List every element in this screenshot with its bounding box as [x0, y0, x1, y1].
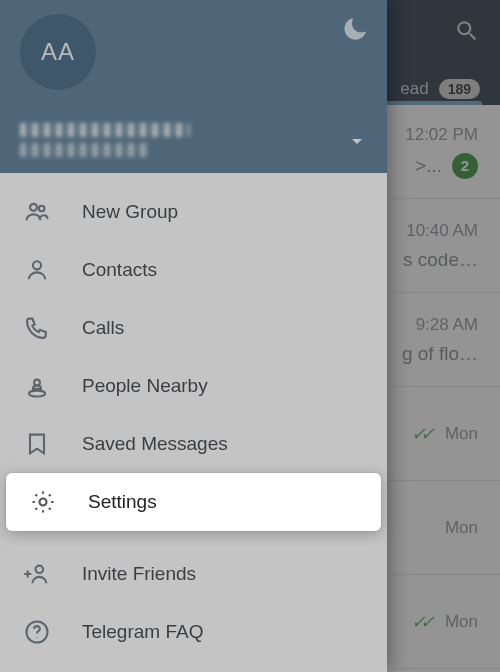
menu-invite-friends[interactable]: Invite Friends — [0, 545, 387, 603]
nearby-icon — [22, 372, 52, 400]
menu-people-nearby[interactable]: People Nearby — [0, 357, 387, 415]
menu-contacts[interactable]: Contacts — [0, 241, 387, 299]
account-info[interactable] — [20, 123, 190, 157]
gear-icon — [28, 488, 58, 516]
menu-label: People Nearby — [82, 375, 208, 397]
bookmark-icon — [22, 430, 52, 458]
drawer-header: AA — [0, 0, 387, 173]
chevron-down-icon[interactable] — [345, 129, 369, 157]
menu-label: Invite Friends — [82, 563, 196, 585]
menu-telegram-faq[interactable]: Telegram FAQ — [0, 603, 387, 661]
drawer-menu: New Group Contacts Calls People Nearby S — [0, 173, 387, 672]
svg-point-8 — [36, 637, 37, 638]
menu-label: Calls — [82, 317, 124, 339]
menu-label: Settings — [88, 491, 157, 513]
menu-settings[interactable]: Settings — [6, 473, 381, 531]
menu-label: Contacts — [82, 259, 157, 281]
svg-point-4 — [29, 391, 45, 397]
svg-point-5 — [40, 499, 47, 506]
moon-icon[interactable] — [341, 14, 369, 46]
svg-point-0 — [30, 204, 37, 211]
menu-separator — [0, 531, 387, 545]
navigation-drawer: AA New Group Conta — [0, 0, 387, 672]
invite-icon — [22, 560, 52, 588]
person-icon — [22, 256, 52, 284]
phone-icon — [22, 314, 52, 342]
group-icon — [22, 198, 52, 226]
help-icon — [22, 618, 52, 646]
menu-calls[interactable]: Calls — [0, 299, 387, 357]
menu-label: Telegram FAQ — [82, 621, 203, 643]
account-phone-redacted — [20, 143, 150, 157]
svg-point-6 — [36, 566, 43, 573]
menu-new-group[interactable]: New Group — [0, 183, 387, 241]
avatar-initials: AA — [41, 38, 75, 66]
menu-label: Saved Messages — [82, 433, 228, 455]
menu-saved-messages[interactable]: Saved Messages — [0, 415, 387, 473]
svg-point-2 — [33, 261, 41, 269]
avatar[interactable]: AA — [20, 14, 96, 90]
account-name-redacted — [20, 123, 190, 137]
svg-point-1 — [39, 206, 45, 212]
menu-label: New Group — [82, 201, 178, 223]
